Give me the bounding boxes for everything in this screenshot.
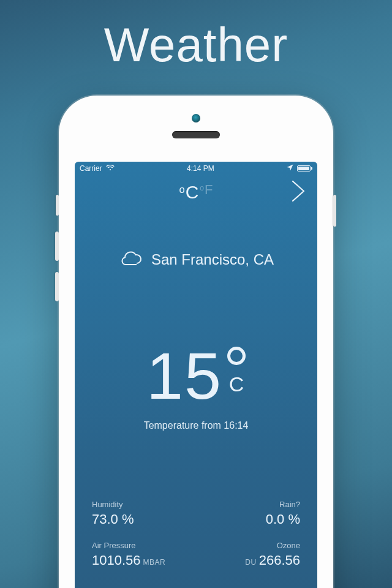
degree-icon xyxy=(227,347,246,365)
stat-value: DU266.56 xyxy=(245,552,300,568)
phone-frame: Carrier 4:14 PM oC oF xyxy=(59,96,333,588)
battery-icon xyxy=(297,165,312,172)
location-icon xyxy=(287,164,293,173)
stat-label: Ozone xyxy=(277,541,300,550)
stat-value: 0.0 % xyxy=(266,511,300,527)
speaker-grill xyxy=(172,131,220,138)
front-camera xyxy=(192,114,200,123)
stat-rain: Rain? 0.0 % xyxy=(266,500,300,527)
unit-celsius-toggle[interactable]: oC xyxy=(179,182,198,203)
volume-up-button xyxy=(55,232,59,261)
page-title: Weather xyxy=(0,0,392,73)
stat-humidity: Humidity 73.0 % xyxy=(92,500,134,527)
temperature-value: 15 xyxy=(146,343,222,409)
wifi-icon xyxy=(106,164,115,173)
temperature-subtitle: Temperature from 16:14 xyxy=(75,420,317,431)
stat-value: 73.0 % xyxy=(92,511,134,527)
stat-label: Humidity xyxy=(92,500,134,509)
clock-label: 4:14 PM xyxy=(187,164,214,173)
stat-value: 1010.56MBAR xyxy=(92,552,165,568)
stat-label: Air Pressure xyxy=(92,541,165,550)
screen: Carrier 4:14 PM oC oF xyxy=(75,162,317,588)
stats-row-1: Humidity 73.0 % Rain? 0.0 % xyxy=(75,500,317,527)
unit-toggle-row: oC oF xyxy=(75,178,317,207)
unit-fahrenheit-toggle[interactable]: oF xyxy=(200,182,213,198)
status-bar: Carrier 4:14 PM xyxy=(75,162,317,175)
next-button[interactable] xyxy=(289,179,307,206)
mute-switch xyxy=(56,195,59,216)
stat-label: Rain? xyxy=(279,500,300,509)
carrier-label: Carrier xyxy=(80,164,102,173)
stats-row-2: Air Pressure 1010.56MBAR Ozone DU266.56 xyxy=(75,541,317,568)
location-row: San Francisco, CA xyxy=(75,250,317,270)
stat-ozone: Ozone DU266.56 xyxy=(245,541,300,568)
location-label: San Francisco, CA xyxy=(151,251,274,268)
temperature-unit: C xyxy=(229,372,244,396)
temperature-block: 15 C Temperature from 16:14 xyxy=(75,343,317,431)
power-button xyxy=(333,195,336,227)
chevron-right-icon xyxy=(289,195,307,205)
stat-pressure: Air Pressure 1010.56MBAR xyxy=(92,541,165,568)
cloud-icon xyxy=(118,250,143,270)
volume-down-button xyxy=(55,272,59,301)
